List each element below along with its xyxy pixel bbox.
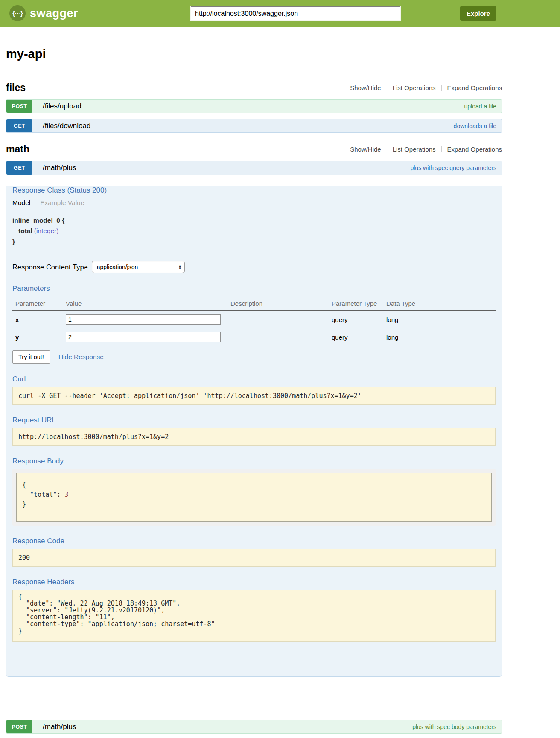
parameter-x-input[interactable] <box>66 314 221 325</box>
response-class-title: Response Class (Status 200) <box>12 186 496 195</box>
operation-header-post-files-upload[interactable]: POST /files/upload upload a file <box>6 99 502 113</box>
operation-get-math-plus: GET /math/plus plus with spec query para… <box>6 161 502 676</box>
parameters-table: Parameter Value Description Parameter Ty… <box>12 296 496 346</box>
operation-header-get-math-plus[interactable]: GET /math/plus plus with spec query para… <box>6 161 502 175</box>
operation-path-math-plus-post[interactable]: /math/plus <box>43 723 76 731</box>
request-url-value: http://localhost:3000/math/plus?x=1&y=2 <box>12 428 496 446</box>
separator <box>441 85 442 91</box>
response-content-type-label: Response Content Type <box>12 263 88 271</box>
show-hide-link[interactable]: Show/Hide <box>350 146 381 153</box>
operation-header-post-math-plus[interactable]: POST /math/plus plus with spec body para… <box>6 720 502 734</box>
parameter-data-type: long <box>386 310 496 328</box>
curl-command: curl -X GET --header 'Accept: applicatio… <box>12 387 496 405</box>
curl-title: Curl <box>12 375 496 384</box>
method-badge-post: POST <box>6 720 32 733</box>
response-content-type-select[interactable]: application/json ▴▾ <box>92 261 185 273</box>
operation-post-math-plus: POST /math/plus plus with spec body para… <box>6 720 502 734</box>
col-header-description: Description <box>230 296 332 310</box>
operation-path-files-download[interactable]: /files/download <box>43 122 90 130</box>
parameter-description <box>230 328 332 346</box>
separator <box>387 146 387 152</box>
response-body-number: 3 <box>64 491 68 498</box>
response-content-type-row: Response Content Type application/json ▴… <box>12 261 496 273</box>
model-open-line: inline_model_0 { <box>12 215 496 226</box>
parameter-description <box>230 310 332 328</box>
col-header-value: Value <box>66 296 230 310</box>
model-tabs: Model Example Value <box>12 198 496 208</box>
response-body-json: { "total": <box>22 481 64 498</box>
section-controls-math: Show/Hide List Operations Expand Operati… <box>350 146 502 153</box>
response-code-title: Response Code <box>12 537 496 545</box>
model-property-name: total <box>18 227 32 234</box>
col-header-parameter: Parameter <box>12 296 66 310</box>
separator <box>387 85 387 91</box>
request-url-title: Request URL <box>12 416 496 425</box>
response-code-value: 200 <box>12 549 496 567</box>
parameter-row-x: x query long <box>12 310 496 328</box>
explore-button[interactable]: Explore <box>460 6 496 21</box>
list-operations-link[interactable]: List Operations <box>393 84 436 91</box>
selected-content-type: application/json <box>97 264 138 270</box>
parameters-title: Parameters <box>12 284 496 293</box>
method-badge-get: GET <box>6 161 32 175</box>
col-header-parameter-type: Parameter Type <box>332 296 386 310</box>
parameter-name: y <box>12 328 66 346</box>
parameter-type: query <box>332 310 386 328</box>
operation-path-files-upload[interactable]: /files/upload <box>43 102 82 111</box>
operation-details-get-math-plus: Response Class (Status 200) Model Exampl… <box>6 186 502 676</box>
parameter-row-y: y query long <box>12 328 496 346</box>
parameter-type: query <box>332 328 386 346</box>
logo-glyph: {⋯} <box>12 9 23 17</box>
operation-get-files-download: GET /files/download downloads a file <box>6 119 502 133</box>
response-body-value: { "total": 3 } <box>16 473 492 522</box>
operation-post-files-upload: POST /files/upload upload a file <box>6 99 502 113</box>
spec-url-input[interactable] <box>191 6 400 20</box>
section-math: math Show/Hide List Operations Expand Op… <box>6 144 502 734</box>
response-body-title: Response Body <box>12 457 496 466</box>
try-it-row: Try it out! Hide Response <box>12 350 496 364</box>
parameter-y-input[interactable] <box>66 332 221 342</box>
section-title-files: files <box>6 82 26 94</box>
main-content: my-api files Show/Hide List Operations E… <box>6 47 502 738</box>
section-controls-files: Show/Hide List Operations Expand Operati… <box>350 84 502 91</box>
operation-summary-plus-body[interactable]: plus with spec body parameters <box>412 723 496 730</box>
parameter-data-type: long <box>386 328 496 346</box>
operation-summary-plus-query[interactable]: plus with spec query parameters <box>410 164 496 171</box>
method-badge-post: POST <box>6 100 32 113</box>
try-it-out-button[interactable]: Try it out! <box>12 350 50 364</box>
tab-example-value[interactable]: Example Value <box>40 199 84 207</box>
operation-summary-upload-a-file[interactable]: upload a file <box>464 103 496 110</box>
operation-summary-downloads-a-file[interactable]: downloads a file <box>454 123 496 129</box>
header-bar: {⋯} swagger Explore <box>0 0 560 27</box>
section-title-math: math <box>6 144 29 155</box>
col-header-data-type: Data Type <box>386 296 496 310</box>
swagger-logo-icon: {⋯} <box>9 5 26 21</box>
separator <box>441 146 442 152</box>
operation-path-math-plus[interactable]: /math/plus <box>43 164 76 172</box>
expand-operations-link[interactable]: Expand Operations <box>447 146 502 153</box>
show-hide-link[interactable]: Show/Hide <box>350 84 381 91</box>
list-operations-link[interactable]: List Operations <box>393 146 436 153</box>
tab-model[interactable]: Model <box>12 199 30 207</box>
select-arrows-icon: ▴▾ <box>179 264 181 269</box>
model-signature: inline_model_0 { total(integer) } <box>12 215 496 247</box>
separator <box>35 198 35 208</box>
response-headers-title: Response Headers <box>12 578 496 586</box>
section-files: files Show/Hide List Operations Expand O… <box>6 82 502 133</box>
response-body-container: { "total": 3 } <box>12 469 496 526</box>
model-close-line: } <box>12 236 496 247</box>
model-property-type: (integer) <box>34 227 59 234</box>
page-title: my-api <box>6 47 502 61</box>
swagger-brand[interactable]: {⋯} swagger <box>9 5 78 21</box>
method-badge-get: GET <box>6 119 32 132</box>
operation-header-get-files-download[interactable]: GET /files/download downloads a file <box>6 119 502 133</box>
expand-operations-link[interactable]: Expand Operations <box>447 84 502 91</box>
hide-response-link[interactable]: Hide Response <box>58 353 104 361</box>
brand-title: swagger <box>30 7 78 20</box>
response-body-json-close: } <box>22 501 26 508</box>
response-headers-value: { "date": "Wed, 22 Aug 2018 18:49:13 GMT… <box>12 590 496 642</box>
parameter-name: x <box>12 310 66 328</box>
